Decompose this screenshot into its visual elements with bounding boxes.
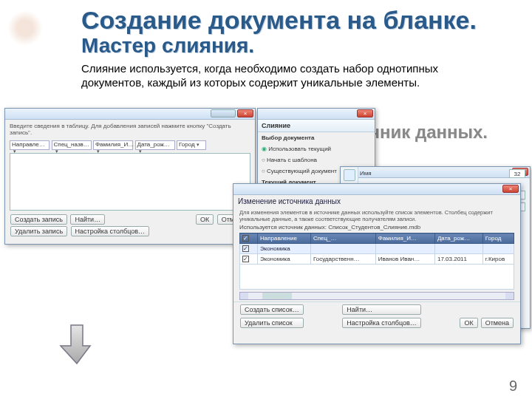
th-name[interactable]: Фамилия_И…	[375, 233, 434, 244]
cell[interactable]	[375, 244, 434, 254]
source-file-label: Используется источник данных: Список_Сту…	[233, 224, 520, 231]
cell[interactable]: Экономика	[257, 254, 310, 265]
table-row: ✓ Экономика Государственн… Иванов Иван… …	[240, 254, 514, 265]
cancel-button[interactable]: Отмена	[481, 318, 514, 328]
size-chip: 32	[509, 169, 525, 178]
cell[interactable]	[434, 244, 482, 254]
th-check[interactable]: ✓	[240, 233, 258, 244]
radio-use-current[interactable]: Использовать текущий	[258, 143, 375, 154]
th-direction[interactable]: Направление	[257, 233, 310, 244]
records-grid[interactable]	[10, 153, 250, 211]
th-date[interactable]: Дата_рож…	[434, 233, 482, 244]
close-icon[interactable]: ×	[237, 109, 253, 117]
scroll-right-icon[interactable]	[505, 293, 514, 299]
new-record-button[interactable]: Создать запись	[10, 214, 67, 225]
th-city[interactable]: Город	[482, 233, 514, 244]
slide-title: Создание документа на бланке.	[81, 7, 502, 33]
scroll-thumb[interactable]	[262, 293, 292, 299]
field-col-1[interactable]: Спец_назв…	[52, 140, 92, 150]
table-row: ✓ Экономика	[240, 244, 514, 254]
field-col-0[interactable]: Направле…	[10, 140, 50, 150]
close-icon[interactable]: ×	[357, 109, 373, 117]
slide-subtitle: Мастер слияния.	[81, 34, 502, 58]
find-button[interactable]: Найти…	[342, 304, 420, 315]
dialog-instruction: Введите сведения в таблицу. Для добавлен…	[5, 120, 255, 139]
new-list-button[interactable]: Создать список…	[240, 304, 304, 315]
cell[interactable]	[482, 244, 514, 254]
recipients-table[interactable]: ✓ Направление Спец_… Фамилия_И… Дата_рож…	[239, 233, 514, 290]
columns-button[interactable]: Настройка столбцов…	[71, 226, 149, 236]
checkbox-icon[interactable]: ✓	[242, 256, 249, 262]
scroll-left-icon[interactable]	[240, 293, 248, 299]
decorative-burst	[7, 10, 43, 46]
dialog-caption: Изменение источника данных	[233, 195, 520, 208]
pane-titlebar[interactable]: ×	[258, 109, 375, 120]
minimize-maximize[interactable]	[211, 109, 236, 117]
page-number: 9	[509, 378, 517, 395]
field-col-4[interactable]: Город	[177, 140, 206, 150]
column-header-name[interactable]: Имя	[360, 170, 372, 177]
close-icon[interactable]: ×	[502, 185, 519, 193]
field-col-3[interactable]: Дата_рож…	[135, 140, 175, 150]
field-col-2[interactable]: Фамилия_И…	[93, 140, 133, 150]
cell[interactable]	[310, 244, 375, 254]
delete-list-button[interactable]: Удалить список	[240, 318, 304, 328]
cell[interactable]: Экономика	[257, 244, 310, 254]
ok-button[interactable]: ОК	[196, 214, 214, 225]
ok-button[interactable]: ОК	[460, 318, 477, 328]
th-spec[interactable]: Спец_…	[310, 233, 375, 244]
find-button[interactable]: Найти…	[70, 214, 105, 225]
cell[interactable]: Иванов Иван…	[375, 254, 434, 265]
horizontal-scrollbar[interactable]	[239, 292, 514, 300]
recipient-form-dialog: × Введите сведения в таблицу. Для добавл…	[4, 108, 256, 245]
radio-from-template[interactable]: Начать с шаблона	[258, 154, 375, 166]
cell[interactable]: 17.03.2011	[434, 254, 482, 265]
down-arrow-icon	[59, 322, 95, 369]
table-row	[240, 265, 514, 290]
pane-header: Слияние	[258, 120, 375, 132]
dialog-description: Для изменения элементов в источнике данн…	[233, 208, 520, 224]
cell[interactable]: г.Киров	[482, 254, 514, 265]
dialog-titlebar[interactable]: ×	[233, 184, 520, 195]
delete-record-button[interactable]: Удалить запись	[10, 226, 67, 236]
edit-data-source-dialog: × Изменение источника данных Для изменен…	[233, 183, 521, 344]
folder-icon[interactable]	[344, 169, 355, 181]
checkbox-icon[interactable]: ✓	[242, 245, 249, 252]
checkbox-icon[interactable]: ✓	[242, 235, 249, 242]
dialog-titlebar[interactable]: ×	[5, 109, 255, 120]
slide-body: Слияние используется, когда необходимо с…	[81, 62, 502, 90]
cell[interactable]: Государственн…	[310, 254, 375, 265]
columns-button[interactable]: Настройка столбцов…	[342, 318, 420, 328]
pane-section-label: Выбор документа	[258, 132, 375, 143]
